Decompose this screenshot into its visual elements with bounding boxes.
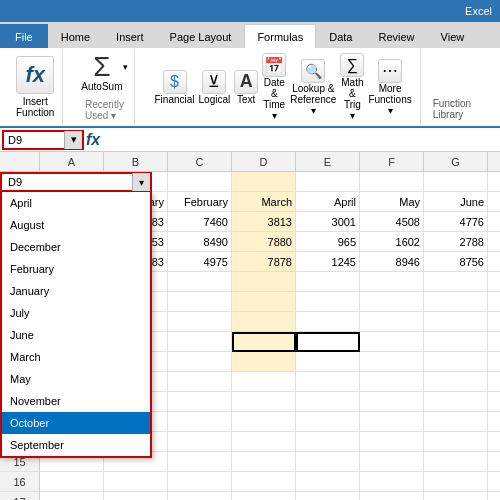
tab-insert[interactable]: Insert <box>103 24 157 48</box>
cell-f10[interactable] <box>360 352 424 372</box>
cell-f12[interactable] <box>360 392 424 412</box>
cell-c16[interactable] <box>168 472 232 492</box>
cell-g14[interactable] <box>424 432 488 452</box>
tab-home[interactable]: Home <box>48 24 103 48</box>
math-button[interactable]: ∑ Math& Trig ▾ <box>340 53 364 121</box>
cell-d4[interactable]: 7880 <box>232 232 296 252</box>
cell-g17[interactable] <box>424 492 488 500</box>
cell-g12[interactable] <box>424 392 488 412</box>
cell-h9[interactable] <box>488 332 500 352</box>
lookup-button[interactable]: 🔍 Lookup &Reference ▾ <box>290 59 336 116</box>
cell-c12[interactable] <box>168 392 232 412</box>
cell-h13[interactable] <box>488 412 500 432</box>
cell-g8[interactable] <box>424 312 488 332</box>
dropdown-item-june[interactable]: June <box>2 324 150 346</box>
cell-e10[interactable] <box>296 352 360 372</box>
financial-button[interactable]: $ Financial <box>155 70 195 105</box>
cell-f1[interactable] <box>360 172 424 192</box>
dropdown-item-november[interactable]: November <box>2 390 150 412</box>
cell-b17[interactable] <box>104 492 168 500</box>
cell-e11[interactable] <box>296 372 360 392</box>
cell-c9[interactable] <box>168 332 232 352</box>
dropdown-item-january[interactable]: January <box>2 280 150 302</box>
cell-h7[interactable] <box>488 292 500 312</box>
cell-c8[interactable] <box>168 312 232 332</box>
text-button[interactable]: A Text <box>234 70 258 105</box>
cell-c3[interactable]: 7460 <box>168 212 232 232</box>
cell-d7[interactable] <box>232 292 296 312</box>
cell-d8[interactable] <box>232 312 296 332</box>
cell-g6[interactable] <box>424 272 488 292</box>
cell-c2[interactable]: February <box>168 192 232 212</box>
dropdown-item-september[interactable]: September <box>2 434 150 456</box>
cell-h12[interactable] <box>488 392 500 412</box>
cell-h15[interactable] <box>488 452 500 472</box>
cell-c1[interactable] <box>168 172 232 192</box>
cell-h16[interactable] <box>488 472 500 492</box>
tab-view[interactable]: View <box>428 24 478 48</box>
dropdown-item-october[interactable]: October <box>2 412 150 434</box>
dropdown-item-april[interactable]: April <box>2 192 150 214</box>
cell-h2[interactable]: Ju <box>488 192 500 212</box>
cell-e9[interactable] <box>296 332 360 352</box>
cell-b16[interactable] <box>104 472 168 492</box>
cell-d16[interactable] <box>232 472 296 492</box>
cell-a16[interactable] <box>40 472 104 492</box>
cell-e4[interactable]: 965 <box>296 232 360 252</box>
cell-f6[interactable] <box>360 272 424 292</box>
cell-d13[interactable] <box>232 412 296 432</box>
cell-f13[interactable] <box>360 412 424 432</box>
cell-f3[interactable]: 4508 <box>360 212 424 232</box>
cell-e13[interactable] <box>296 412 360 432</box>
cell-f8[interactable] <box>360 312 424 332</box>
autosum-button[interactable]: Σ AutoSum ▾ <box>81 53 127 92</box>
cell-d12[interactable] <box>232 392 296 412</box>
cell-d14[interactable] <box>232 432 296 452</box>
cell-f5[interactable]: 8946 <box>360 252 424 272</box>
cell-e15[interactable] <box>296 452 360 472</box>
cell-e16[interactable] <box>296 472 360 492</box>
tab-file[interactable]: File <box>0 24 48 48</box>
cell-g13[interactable] <box>424 412 488 432</box>
insert-function-button[interactable]: fx InsertFunction <box>8 49 63 125</box>
cell-g15[interactable] <box>424 452 488 472</box>
dropdown-arrow-btn[interactable]: ▾ <box>132 173 150 191</box>
dropdown-item-july[interactable]: July <box>2 302 150 324</box>
cell-h8[interactable] <box>488 312 500 332</box>
more-functions-button[interactable]: ⋯ MoreFunctions ▾ <box>368 59 411 116</box>
cell-g2[interactable]: June <box>424 192 488 212</box>
dropdown-item-august[interactable]: August <box>2 214 150 236</box>
tab-formulas[interactable]: Formulas <box>244 24 316 48</box>
cell-c7[interactable] <box>168 292 232 312</box>
cell-d17[interactable] <box>232 492 296 500</box>
cell-c6[interactable] <box>168 272 232 292</box>
cell-d9[interactable] <box>232 332 296 352</box>
cell-h11[interactable] <box>488 372 500 392</box>
tab-review[interactable]: Review <box>365 24 427 48</box>
cell-g10[interactable] <box>424 352 488 372</box>
cell-e5[interactable]: 1245 <box>296 252 360 272</box>
dropdown-item-may[interactable]: May <box>2 368 150 390</box>
name-box[interactable]: D9 <box>4 134 64 146</box>
formula-input[interactable] <box>104 134 500 146</box>
cell-f7[interactable] <box>360 292 424 312</box>
date-time-button[interactable]: 📅 Date &Time ▾ <box>262 53 286 121</box>
cell-c11[interactable] <box>168 372 232 392</box>
cell-g9[interactable] <box>424 332 488 352</box>
cell-c13[interactable] <box>168 412 232 432</box>
logical-button[interactable]: ⊻ Logical <box>199 70 231 105</box>
cell-f9[interactable] <box>360 332 424 352</box>
cell-g11[interactable] <box>424 372 488 392</box>
cell-h10[interactable] <box>488 352 500 372</box>
tab-data[interactable]: Data <box>316 24 365 48</box>
cell-c15[interactable] <box>168 452 232 472</box>
dropdown-item-february[interactable]: February <box>2 258 150 280</box>
cell-g1[interactable] <box>424 172 488 192</box>
cell-e1[interactable] <box>296 172 360 192</box>
cell-e7[interactable] <box>296 292 360 312</box>
cell-e8[interactable] <box>296 312 360 332</box>
cell-d3[interactable]: 3813 <box>232 212 296 232</box>
cell-e12[interactable] <box>296 392 360 412</box>
cell-d5[interactable]: 7878 <box>232 252 296 272</box>
dropdown-item-march[interactable]: March <box>2 346 150 368</box>
